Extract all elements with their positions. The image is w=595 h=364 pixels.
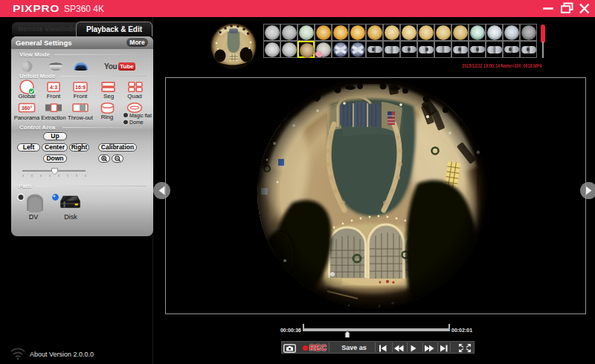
- svg-text:16:9: 16:9: [75, 85, 86, 90]
- svg-text:4:3: 4:3: [50, 85, 57, 90]
- svg-text:360°: 360°: [22, 105, 33, 111]
